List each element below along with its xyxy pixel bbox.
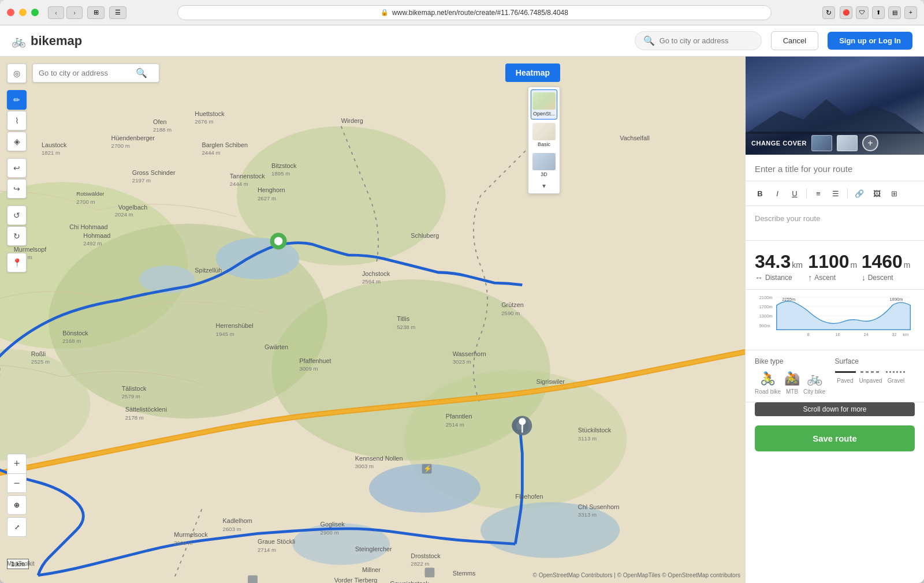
italic-button[interactable]: I (770, 186, 785, 201)
cover-thumb-2[interactable] (837, 135, 858, 151)
svg-text:Steinglercher: Steinglercher (355, 545, 392, 552)
svg-text:2514 m: 2514 m (446, 421, 464, 428)
save-route-button[interactable]: Save route (755, 425, 915, 451)
zoom-out-button[interactable]: − (7, 473, 27, 493)
edit-tool[interactable]: ⌇ (7, 111, 27, 130)
svg-text:Fluehofen: Fluehofen (515, 493, 543, 500)
svg-text:Kadlelhom: Kadlelhom (223, 517, 252, 524)
layer-basic[interactable]: Basic (531, 121, 557, 150)
pin-tool[interactable]: 📍 (7, 253, 27, 272)
redo-tool[interactable]: ↻ (7, 226, 27, 246)
elevation-section: 2100m 1700m 1300m 900m 2255m 1890m 8 (746, 290, 924, 350)
svg-text:Pfanntlen: Pfanntlen (446, 413, 472, 420)
image-button[interactable]: 🖼 (869, 186, 884, 201)
svg-text:32: 32 (892, 332, 896, 337)
logo-area: 🚲 bikemap (12, 33, 82, 48)
paved-label: Paved (837, 378, 853, 384)
svg-text:Herrenshübel: Herrenshübel (216, 322, 254, 329)
maximize-button[interactable] (31, 9, 39, 16)
logo-text: bikemap (31, 33, 82, 48)
bike-type-options: 🚴 Road bike 🚵 MTB 🚲 City bike (755, 371, 835, 395)
route-draw-tool[interactable]: ✏ (7, 90, 27, 110)
mtb-option[interactable]: 🚵 MTB (784, 371, 800, 395)
reader-button[interactable]: ☰ (109, 6, 126, 19)
paved-option[interactable]: Paved (835, 371, 856, 384)
svg-text:3313 m: 3313 m (578, 511, 597, 518)
close-button[interactable] (7, 9, 14, 16)
right-panel: 🚵 CHANGE COVER + (745, 57, 924, 583)
layer-3d[interactable]: 3D (531, 151, 557, 180)
svg-text:1300m: 1300m (759, 313, 773, 319)
bold-button[interactable]: B (752, 186, 767, 201)
map-area[interactable]: Vogelbach 2024 m Murmelsopf 2235 m Roßli… (0, 57, 745, 583)
share-icon[interactable]: ⬆ (872, 6, 885, 19)
svg-text:Hüendenberger: Hüendenberger (111, 134, 155, 141)
route-title-input[interactable] (746, 155, 924, 181)
table-button[interactable]: ⊞ (886, 186, 901, 201)
map-search-input[interactable] (39, 69, 131, 77)
fullscreen-button[interactable]: ⤢ (7, 517, 27, 537)
eraser-tool[interactable]: ◈ (7, 132, 27, 151)
svg-text:Jochstock: Jochstock (362, 270, 390, 277)
undo-left-tool[interactable]: ↩ (7, 158, 27, 178)
compass-button[interactable]: ⊕ (7, 495, 27, 515)
svg-text:Gross Schinder: Gross Schinder (132, 169, 176, 176)
logo-bike-icon: 🚲 (12, 34, 26, 48)
minimize-button[interactable] (19, 9, 27, 16)
road-bike-icon: 🚴 (760, 371, 776, 386)
browser-toolbar-right: 🔴 🛡 ⬆ ▤ + (840, 6, 917, 19)
unpaved-line (860, 371, 881, 373)
svg-text:1895 m: 1895 m (271, 170, 290, 177)
distance-value: 34.3km (755, 252, 808, 271)
zoom-in-button[interactable]: + (7, 454, 27, 473)
unpaved-option[interactable]: Unpaved (859, 371, 882, 384)
reload-button[interactable]: ↻ (822, 6, 835, 19)
cover-change-label: CHANGE COVER (751, 140, 807, 147)
cover-thumb-1[interactable] (811, 135, 832, 151)
description-area[interactable]: Describe your route (746, 206, 924, 241)
location-tool[interactable]: ◎ (7, 63, 27, 83)
layer-openstreetmap[interactable]: OpenSt... (531, 89, 557, 119)
svg-text:2492 m: 2492 m (83, 240, 102, 246)
svg-text:2900 m: 2900 m (321, 529, 339, 536)
svg-text:Huettstock: Huettstock (195, 110, 225, 117)
distance-stat: 34.3km ↔ Distance (755, 252, 808, 282)
city-bike-icon: 🚲 (807, 371, 822, 386)
link-button[interactable]: 🔗 (852, 186, 867, 201)
new-tab-icon[interactable]: + (904, 6, 917, 19)
underline-button[interactable]: U (787, 186, 802, 201)
svg-text:Henghorn: Henghorn (258, 186, 285, 193)
svg-text:Roßli: Roßli (31, 350, 46, 357)
sidebar-icon[interactable]: ▤ (888, 6, 901, 19)
unordered-list-button[interactable]: ☰ (828, 186, 843, 201)
signup-button[interactable]: Sign up or Log In (828, 32, 912, 50)
cover-add-button[interactable]: + (862, 135, 878, 151)
url-text: www.bikemap.net/en/route/create/#11.76/4… (392, 9, 568, 17)
forward-button[interactable]: › (66, 6, 83, 19)
svg-text:16: 16 (835, 332, 840, 337)
city-bike-option[interactable]: 🚲 City bike (803, 371, 825, 395)
search-input[interactable] (660, 36, 752, 45)
extension-icon-1[interactable]: 🔴 (840, 6, 852, 19)
map-search-bar[interactable]: 🔍 (635, 31, 762, 50)
map-search-container[interactable]: 🔍 (32, 63, 159, 83)
extension-icon-2[interactable]: 🛡 (856, 6, 869, 19)
back-button[interactable]: ‹ (48, 6, 64, 19)
address-bar[interactable]: 🔒 www.bikemap.net/en/route/create/#11.76… (177, 5, 772, 20)
description-placeholder: Describe your route (755, 214, 820, 223)
gravel-line (886, 371, 907, 373)
road-bike-option[interactable]: 🚴 Road bike (755, 371, 781, 395)
svg-text:2564 m: 2564 m (362, 278, 381, 285)
gravel-option[interactable]: Gravel (886, 371, 907, 384)
layer-chevron-icon[interactable]: ▾ (531, 181, 557, 191)
ascent-value: 1100m (808, 252, 861, 271)
heatmap-button[interactable]: Heatmap (505, 63, 560, 82)
undo-right-tool[interactable]: ↪ (7, 179, 27, 199)
undo-tool[interactable]: ↺ (7, 205, 27, 225)
cancel-button[interactable]: Cancel (771, 31, 818, 50)
cover-mountain-svg (746, 88, 924, 134)
layer-openst-thumb (532, 92, 556, 110)
ordered-list-button[interactable]: ≡ (811, 186, 826, 201)
tab-button[interactable]: ⊞ (87, 6, 105, 19)
toolbar-separator-1 (806, 188, 807, 199)
